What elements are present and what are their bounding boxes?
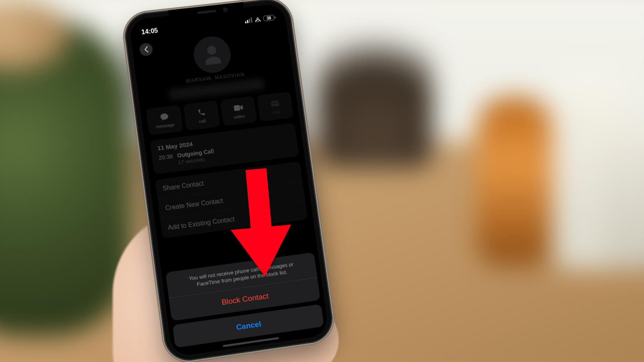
cellular-signal-icon [245,17,252,24]
wifi-icon [254,16,261,22]
svg-rect-2 [246,168,272,232]
battery-indicator: 38 [263,14,275,21]
annotation-arrow [221,166,300,282]
person-placeholder-icon [199,42,225,67]
call-time: 20:38 [158,152,178,161]
status-time: 14:05 [141,27,158,36]
message-icon [159,111,169,122]
call-log-date: 11 May 2024 [150,123,296,154]
phone-icon [197,107,206,117]
message-button[interactable]: message [146,105,183,135]
message-label: message [156,122,175,129]
video-button[interactable]: video [220,96,257,126]
chevron-left-icon [144,46,149,53]
call-button[interactable]: call [183,101,221,131]
contact-avatar [192,35,233,75]
mail-label: mail [272,109,281,115]
svg-marker-3 [231,224,295,279]
call-duration: 17 seconds [178,145,292,165]
back-button[interactable] [139,42,153,56]
mail-icon [270,98,280,109]
svg-rect-0 [233,105,240,111]
call-type: Outgoing Call [177,138,291,159]
mail-button: mail [257,92,294,121]
svg-rect-1 [270,100,279,107]
call-label: call [199,118,206,124]
contact-number-redacted [169,78,265,101]
contact-location: WARSAW, MASOVIAN [142,67,287,89]
video-icon [233,103,244,113]
call-log-card: 11 May 2024 20:38 Outgoing Call 17 secon… [150,123,299,175]
video-label: video [233,113,245,119]
